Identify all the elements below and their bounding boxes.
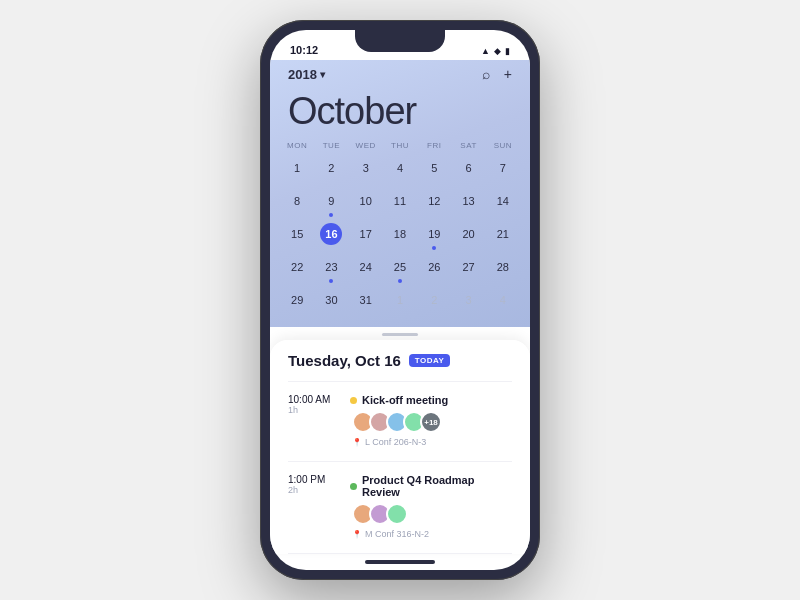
cal-day-30[interactable]: 30	[314, 286, 348, 319]
cal-day-29[interactable]: 29	[280, 286, 314, 319]
event-title: Kick-off meeting	[362, 394, 448, 406]
cal-day-8[interactable]: 8	[280, 187, 314, 220]
phone-screen: 10:12 ▲ ◆ ▮ 2018 ⌕ + October MON TUE WED	[270, 30, 530, 570]
cal-day-num: 4	[492, 289, 514, 311]
avatar	[386, 503, 408, 525]
cal-day-21[interactable]: 21	[486, 220, 520, 253]
cal-day-31[interactable]: 31	[349, 286, 383, 319]
day-header-sat: SAT	[451, 139, 485, 152]
cal-day-18[interactable]: 18	[383, 220, 417, 253]
cal-day-num: 4	[389, 157, 411, 179]
event-row[interactable]: 10:00 AM1hKick-off meeting+18📍L Conf 206…	[288, 394, 512, 447]
event-details: Kick-off meeting+18📍L Conf 206-N-3	[350, 394, 512, 447]
cal-day-14[interactable]: 14	[486, 187, 520, 220]
day-header-thu: THU	[383, 139, 417, 152]
cal-day-24[interactable]: 24	[349, 253, 383, 286]
calendar-section: 2018 ⌕ + October MON TUE WED THU FRI SAT…	[270, 60, 530, 327]
cal-day-num: 12	[423, 190, 445, 212]
avatars-row: +18	[352, 411, 512, 433]
event-dot	[350, 483, 357, 490]
cal-day-22[interactable]: 22	[280, 253, 314, 286]
event-details: Product Q4 Roadmap Review📍M Conf 316-N-2	[350, 474, 512, 539]
cal-day-4[interactable]: 4	[486, 286, 520, 319]
cal-day-1[interactable]: 1	[280, 154, 314, 187]
cal-dot	[329, 279, 333, 283]
cal-day-27[interactable]: 27	[451, 253, 485, 286]
cal-day-25[interactable]: 25	[383, 253, 417, 286]
cal-day-4[interactable]: 4	[383, 154, 417, 187]
home-indicator[interactable]	[365, 560, 435, 564]
day-header-sun: SUN	[486, 139, 520, 152]
event-location: 📍L Conf 206-N-3	[352, 437, 512, 447]
cal-day-1[interactable]: 1	[383, 286, 417, 319]
cal-day-19[interactable]: 19	[417, 220, 451, 253]
cal-day-num: 20	[458, 223, 480, 245]
cal-day-6[interactable]: 6	[451, 154, 485, 187]
cal-day-10[interactable]: 10	[349, 187, 383, 220]
add-event-icon[interactable]: +	[504, 66, 512, 82]
day-header-tue: TUE	[314, 139, 348, 152]
drag-handle[interactable]	[382, 333, 418, 336]
events-section: Tuesday, Oct 16 TODAY 10:00 AM1hKick-off…	[270, 340, 530, 554]
cal-day-2[interactable]: 2	[314, 154, 348, 187]
cal-dot	[398, 279, 402, 283]
event-title: Product Q4 Roadmap Review	[362, 474, 512, 498]
cal-dot	[432, 246, 436, 250]
cal-day-7[interactable]: 7	[486, 154, 520, 187]
event-divider	[288, 461, 512, 462]
cal-day-15[interactable]: 15	[280, 220, 314, 253]
cal-day-num: 21	[492, 223, 514, 245]
month-title: October	[270, 88, 530, 139]
day-header-mon: MON	[280, 139, 314, 152]
location-text: M Conf 316-N-2	[365, 529, 429, 539]
cal-day-12[interactable]: 12	[417, 187, 451, 220]
event-time-col: 1:00 PM2h	[288, 474, 340, 539]
cal-day-num: 24	[355, 256, 377, 278]
cal-day-num: 6	[458, 157, 480, 179]
cal-day-23[interactable]: 23	[314, 253, 348, 286]
cal-day-num: 17	[355, 223, 377, 245]
cal-day-num: 26	[423, 256, 445, 278]
cal-day-num: 28	[492, 256, 514, 278]
cal-day-3[interactable]: 3	[451, 286, 485, 319]
search-icon[interactable]: ⌕	[482, 66, 490, 82]
cal-day-num: 3	[458, 289, 480, 311]
cal-day-17[interactable]: 17	[349, 220, 383, 253]
cal-day-9[interactable]: 9	[314, 187, 348, 220]
event-time-col: 10:00 AM1h	[288, 394, 340, 447]
event-location: 📍M Conf 316-N-2	[352, 529, 512, 539]
cal-day-26[interactable]: 26	[417, 253, 451, 286]
cal-day-num: 22	[286, 256, 308, 278]
event-title-row: Kick-off meeting	[350, 394, 512, 406]
cal-day-2[interactable]: 2	[417, 286, 451, 319]
cal-day-num: 5	[423, 157, 445, 179]
cal-day-num: 18	[389, 223, 411, 245]
cal-day-20[interactable]: 20	[451, 220, 485, 253]
cal-day-3[interactable]: 3	[349, 154, 383, 187]
event-time: 10:00 AM	[288, 394, 340, 405]
cal-day-16[interactable]: 16	[314, 220, 348, 253]
cal-day-num: 11	[389, 190, 411, 212]
event-row[interactable]: 1:00 PM2hProduct Q4 Roadmap Review📍M Con…	[288, 474, 512, 539]
cal-day-num: 2	[320, 157, 342, 179]
events-list: 10:00 AM1hKick-off meeting+18📍L Conf 206…	[288, 394, 512, 554]
cal-day-num: 1	[389, 289, 411, 311]
cal-day-num: 25	[389, 256, 411, 278]
year-label[interactable]: 2018	[288, 67, 325, 82]
events-date-title: Tuesday, Oct 16	[288, 352, 401, 369]
event-duration: 1h	[288, 405, 340, 415]
cal-day-5[interactable]: 5	[417, 154, 451, 187]
cal-day-num: 8	[286, 190, 308, 212]
cal-day-11[interactable]: 11	[383, 187, 417, 220]
cal-day-num: 19	[423, 223, 445, 245]
cal-dot	[329, 213, 333, 217]
signal-icon: ▲	[481, 46, 490, 56]
cal-day-num: 29	[286, 289, 308, 311]
notch	[355, 30, 445, 52]
cal-day-num: 3	[355, 157, 377, 179]
cal-day-13[interactable]: 13	[451, 187, 485, 220]
year-actions: ⌕ +	[482, 66, 512, 82]
cal-day-28[interactable]: 28	[486, 253, 520, 286]
cal-day-num: 2	[423, 289, 445, 311]
battery-icon: ▮	[505, 46, 510, 56]
